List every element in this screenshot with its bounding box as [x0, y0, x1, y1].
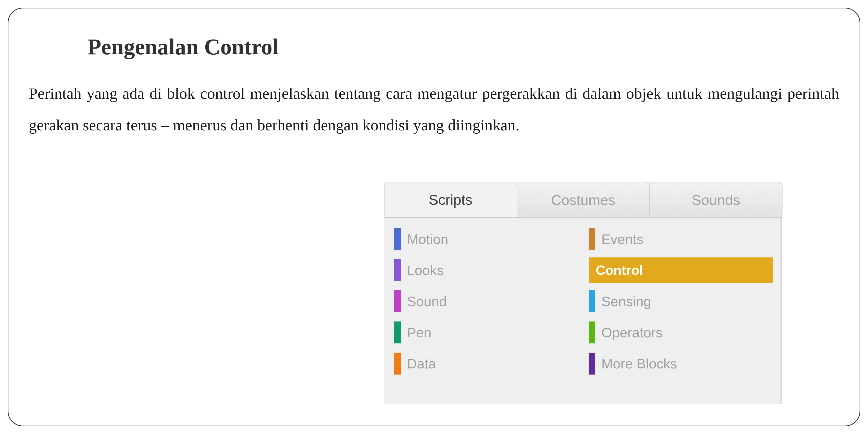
- category-events[interactable]: Events: [589, 226, 773, 252]
- swatch-events: [589, 228, 595, 250]
- section-body: Perintah yang ada di blok control menjel…: [29, 78, 839, 141]
- category-data[interactable]: Data: [394, 351, 579, 376]
- category-sensing[interactable]: Sensing: [589, 288, 773, 314]
- document-card: Pengenalan Control Perintah yang ada di …: [8, 8, 860, 426]
- swatch-sensing: [589, 290, 595, 312]
- category-motion[interactable]: Motion: [394, 226, 579, 252]
- swatch-looks: [394, 259, 401, 281]
- swatch-operators: [589, 321, 595, 343]
- category-sound[interactable]: Sound: [394, 288, 579, 314]
- category-label: Data: [407, 356, 436, 371]
- swatch-more-blocks: [589, 352, 595, 375]
- category-label: Motion: [407, 231, 448, 247]
- swatch-data: [394, 352, 401, 375]
- category-label: Pen: [407, 324, 431, 340]
- categories-left-column: Motion Looks Sound Pen Data: [394, 226, 579, 399]
- category-looks[interactable]: Looks: [394, 257, 579, 283]
- swatch-motion: [394, 228, 401, 250]
- category-pen[interactable]: Pen: [394, 320, 579, 345]
- categories-area: Motion Looks Sound Pen Data: [384, 218, 782, 404]
- swatch-pen: [394, 321, 401, 343]
- category-more-blocks[interactable]: More Blocks: [589, 351, 773, 376]
- category-label: Looks: [407, 262, 444, 278]
- tabs-row: Scripts Costumes Sounds: [384, 182, 782, 218]
- tab-sounds[interactable]: Sounds: [649, 182, 782, 217]
- tab-costumes[interactable]: Costumes: [517, 182, 650, 217]
- category-label: Operators: [601, 324, 662, 340]
- section-heading: Pengenalan Control: [88, 34, 839, 60]
- category-control[interactable]: Control: [589, 257, 773, 283]
- swatch-sound: [394, 290, 401, 312]
- category-label: More Blocks: [601, 356, 677, 371]
- scratch-palette-screenshot: Scripts Costumes Sounds Motion Looks Sou…: [384, 182, 782, 404]
- category-label: Sensing: [601, 293, 651, 309]
- category-label: Events: [601, 231, 644, 247]
- categories-right-column: Events Control Sensing Operators More Bl…: [589, 226, 773, 399]
- category-label: Control: [596, 262, 643, 278]
- tab-scripts[interactable]: Scripts: [384, 182, 517, 217]
- category-label: Sound: [407, 293, 447, 309]
- category-operators[interactable]: Operators: [589, 320, 773, 345]
